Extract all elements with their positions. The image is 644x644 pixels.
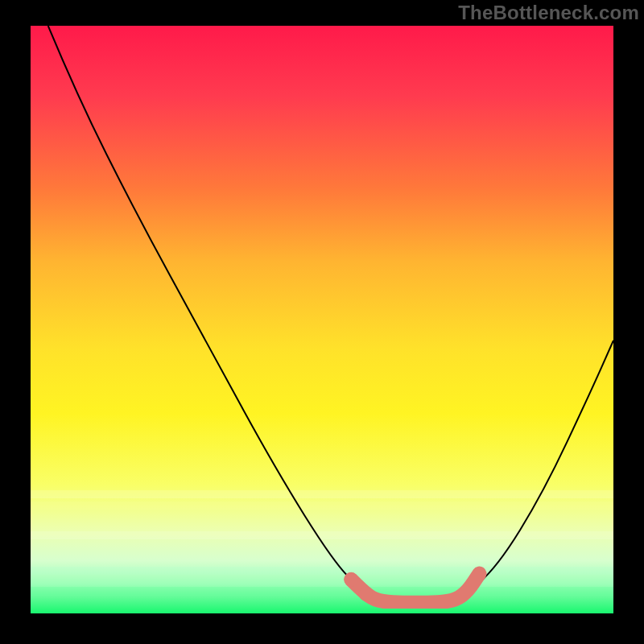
plot-area	[31, 26, 613, 613]
watermark-text: TheBottleneck.com	[458, 2, 639, 24]
chart-container: TheBottleneck.com	[0, 0, 644, 644]
marker-dot	[359, 587, 373, 601]
curve-svg	[31, 26, 613, 609]
marker-dot	[345, 572, 358, 586]
bottleneck-curve	[48, 26, 613, 603]
